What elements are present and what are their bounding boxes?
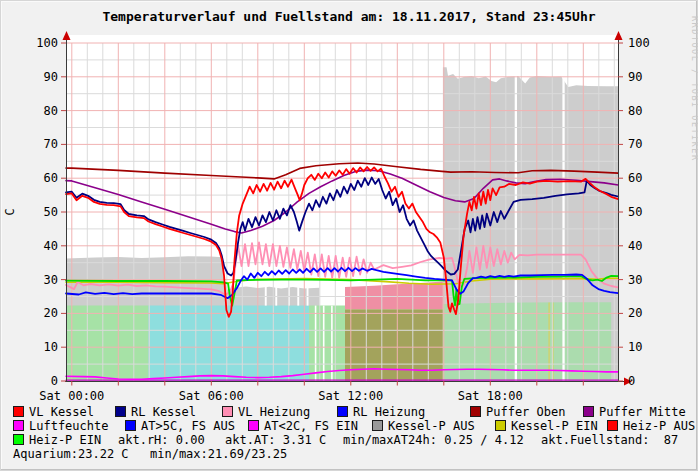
- y-tick-left: 90: [44, 70, 58, 84]
- legend-item-puffer-oben: Puffer Oben: [470, 406, 565, 419]
- x-tick-label: Sat 00:00: [39, 389, 104, 403]
- puffer-oben-swatch: [470, 406, 481, 417]
- temperature-chart: 0010102020303040405050606070708080909010…: [0, 0, 698, 405]
- legend-item-rl-heizung: RL Heizung: [337, 406, 425, 419]
- y-tick-left: 20: [44, 306, 58, 320]
- y-tick-left: 10: [44, 340, 58, 354]
- kessel-p-aus-swatch: [372, 420, 383, 431]
- legend-label: RL Kessel: [131, 405, 196, 419]
- legend-item-vl-heizung: VL Heizung: [222, 406, 310, 419]
- rl-heizung-swatch: [337, 406, 348, 417]
- legend-label: Luftfeuchte: [29, 419, 108, 433]
- legend-label: Puffer Oben: [486, 405, 565, 419]
- legend-label: Heiz-P AUS: [623, 419, 695, 433]
- heiz-p-aus-swatch: [607, 420, 618, 431]
- legend-label: RL Heizung: [353, 405, 425, 419]
- kessel-p-ein-swatch: [495, 420, 506, 431]
- legend-label: VL Kessel: [29, 405, 94, 419]
- stat-aquarium: Aquarium:23.22 C: [13, 448, 129, 461]
- y-tick-right: 40: [628, 239, 642, 253]
- y-tick-right: 20: [628, 306, 642, 320]
- puffer-mitte-swatch: [583, 406, 594, 417]
- rrdtool-graph-page: 0010102020303040405050606070708080909010…: [0, 0, 698, 471]
- legend-label: VL Heizung: [238, 405, 310, 419]
- at-lt2-swatch: [248, 420, 259, 431]
- y-tick-right: 0: [628, 374, 635, 388]
- legend-item-puffer-mitte: Puffer Mitte: [583, 406, 686, 419]
- legend-item-heiz-p-ein: Heiz-P EIN: [13, 434, 101, 447]
- legend-label: Kessel-P AUS: [388, 419, 475, 433]
- y-tick-right: 100: [628, 36, 650, 50]
- legend-item-at-lt2: AT<2C, FS EIN: [248, 420, 358, 433]
- y-tick-left: 50: [44, 205, 58, 219]
- at-gt5-swatch: [125, 420, 136, 431]
- legend-label: Kessel-P EIN: [511, 419, 598, 433]
- y-tick-left: 0: [51, 374, 58, 388]
- legend-item-kessel-p-aus: Kessel-P AUS: [372, 420, 475, 433]
- rl-kessel-swatch: [115, 406, 126, 417]
- x-tick-label: Sat 06:00: [179, 389, 244, 403]
- legend-label: AT<2C, FS EIN: [264, 419, 358, 433]
- y-tick-right: 80: [628, 104, 642, 118]
- y-tick-left: 100: [36, 36, 58, 50]
- y-tick-right: 70: [628, 137, 642, 151]
- legend-item-luftfeuchte: Luftfeuchte: [13, 420, 108, 433]
- chart-grid: [66, 43, 618, 381]
- x-tick-label: Sat 12:00: [318, 389, 383, 403]
- y-tick-right: 90: [628, 70, 642, 84]
- y-tick-right: 10: [628, 340, 642, 354]
- y-tick-left: 30: [44, 273, 58, 287]
- y-tick-left: 60: [44, 171, 58, 185]
- y-tick-left: 40: [44, 239, 58, 253]
- legend-label: Puffer Mitte: [599, 405, 686, 419]
- vl-heizung-swatch: [222, 406, 233, 417]
- legend-item-at-gt5: AT>5C, FS AUS: [125, 420, 235, 433]
- y-tick-right: 30: [628, 273, 642, 287]
- luftfeuchte-swatch: [13, 420, 24, 431]
- y-tick-left: 70: [44, 137, 58, 151]
- chart-title: Temperaturverlauf und Fuellstand am: 18.…: [102, 9, 595, 24]
- heiz-p-ein-swatch: [13, 434, 24, 445]
- x-tick-label: Sat 18:00: [458, 389, 523, 403]
- legend-item-vl-kessel: VL Kessel: [13, 406, 94, 419]
- y-tick-right: 50: [628, 205, 642, 219]
- stat-akt-fuellstand: akt.Fuellstand: 87: [541, 434, 678, 447]
- legend-item-heiz-p-aus: Heiz-P AUS: [607, 420, 695, 433]
- legend-item-rl-kessel: RL Kessel: [115, 406, 196, 419]
- stat-aquarium-minmax: min/max:21.69/23.25: [150, 448, 287, 461]
- y-tick-left: 80: [44, 104, 58, 118]
- y-tick-right: 60: [628, 171, 642, 185]
- stat-akt-at: akt.AT: 3.31 C: [225, 434, 326, 447]
- rrdtool-watermark: RRDTOOL / TOBI OETIKER: [690, 16, 698, 162]
- stat-akt-rh: akt.rH: 0.00: [118, 434, 205, 447]
- legend-label: Heiz-P EIN: [29, 433, 101, 447]
- legend-item-kessel-p-ein: Kessel-P EIN: [495, 420, 598, 433]
- stat-minmax-at24h: min/maxAT24h: 0.25 / 4.12: [343, 434, 524, 447]
- y-axis-label: C: [3, 208, 17, 215]
- vl-kessel-swatch: [13, 406, 24, 417]
- legend-label: AT>5C, FS AUS: [141, 419, 235, 433]
